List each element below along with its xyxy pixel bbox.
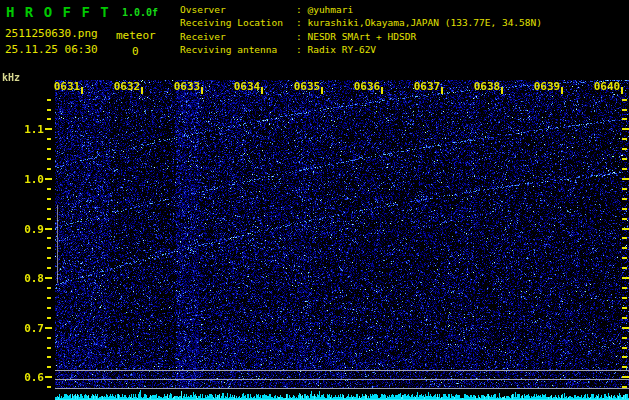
reference-line (55, 370, 629, 371)
freq-tick (47, 218, 51, 220)
station-info: Ovserver: @yuhmariReceiving Location: ku… (180, 3, 542, 57)
freq-label: 0.8 (14, 272, 44, 285)
freq-tick-right (622, 376, 629, 378)
freq-label: 0.6 (14, 371, 44, 384)
station-row-label: Receiver (180, 30, 296, 43)
time-label: 0635 (291, 80, 323, 93)
freq-tick (47, 188, 51, 190)
freq-tick (47, 198, 51, 200)
freq-label: 1.1 (14, 123, 44, 136)
time-tick (141, 87, 143, 94)
capture-filename: 2511250630.png (5, 27, 98, 40)
freq-tick (47, 138, 51, 140)
freq-tick-right (622, 188, 627, 190)
time-label: 0633 (171, 80, 203, 93)
time-label: 0640 (591, 80, 623, 93)
freq-tick-right (622, 208, 627, 210)
freq-tick-right (622, 347, 627, 349)
freq-tick (47, 356, 51, 358)
time-tick (561, 87, 563, 94)
time-label: 0634 (231, 80, 263, 93)
app-version: 1.0.0f (122, 7, 158, 18)
freq-label: 0.9 (14, 223, 44, 236)
time-tick (81, 87, 83, 94)
time-tick (381, 87, 383, 94)
station-row-value: @yuhmari (307, 3, 353, 16)
time-tick (321, 87, 323, 94)
reference-line (55, 388, 629, 389)
freq-tick (47, 366, 51, 368)
freq-tick (47, 267, 51, 269)
freq-tick-right (622, 386, 627, 388)
hrofft-window: H R O F F T 1.0.0f 2511250630.png meteor… (0, 0, 629, 400)
time-label: 0631 (51, 80, 83, 93)
time-tick (201, 87, 203, 94)
freq-tick-right (622, 257, 627, 259)
freq-tick-right (622, 337, 627, 339)
freq-tick (47, 287, 51, 289)
freq-tick (45, 228, 52, 230)
freq-tick-right (622, 138, 627, 140)
freq-tick-right (622, 99, 627, 101)
station-row-label: Recviving antenna (180, 43, 296, 56)
freq-tick-right (622, 297, 627, 299)
time-label: 0636 (351, 80, 383, 93)
freq-tick (45, 376, 52, 378)
time-tick (261, 87, 263, 94)
meteor-counter-label: meteor (116, 29, 156, 42)
freq-tick-right (622, 267, 627, 269)
station-row-separator: : (296, 30, 307, 43)
freq-tick (47, 118, 51, 120)
freq-tick-right (622, 128, 629, 130)
station-row-value: Radix RY-62V (307, 43, 376, 56)
freq-tick-right (622, 178, 629, 180)
freq-tick-right (622, 366, 627, 368)
freq-tick (47, 237, 51, 239)
freq-tick-right (622, 356, 627, 358)
app-title: H R O F F T (6, 4, 110, 20)
station-row: Ovserver: @yuhmari (180, 3, 542, 16)
freq-tick (45, 128, 52, 130)
freq-tick-right (622, 307, 627, 309)
station-row-value: NESDR SMArt + HDSDR (307, 30, 416, 43)
station-row-separator: : (296, 16, 307, 29)
meteor-counter-value: 0 (132, 45, 139, 58)
freq-tick-right (622, 237, 627, 239)
freq-tick (47, 148, 51, 150)
station-row-value: kurashiki,Okayama,JAPAN (133.77E, 34.58N… (307, 16, 542, 29)
time-tick (441, 87, 443, 94)
freq-tick (47, 297, 51, 299)
freq-tick (47, 109, 51, 111)
audio-level-meter (55, 389, 629, 400)
freq-tick-right (622, 218, 627, 220)
freq-tick-right (622, 198, 627, 200)
time-label: 0632 (111, 80, 143, 93)
station-row-label: Ovserver (180, 3, 296, 16)
capture-datetime: 25.11.25 06:30 (5, 43, 98, 56)
freq-tick-right (622, 317, 627, 319)
frequency-axis-unit: kHz (2, 72, 20, 83)
time-label: 0637 (411, 80, 443, 93)
freq-tick-right (622, 109, 627, 111)
freq-tick-right (622, 148, 627, 150)
spectrogram-canvas (55, 80, 629, 389)
freq-tick (47, 317, 51, 319)
freq-tick (45, 178, 52, 180)
freq-tick-right (622, 158, 627, 160)
freq-tick-right (622, 277, 629, 279)
freq-tick (47, 168, 51, 170)
freq-tick-right (622, 168, 627, 170)
freq-tick (45, 277, 52, 279)
freq-tick (47, 99, 51, 101)
freq-tick (47, 208, 51, 210)
reference-line (55, 379, 629, 380)
station-row-separator: : (296, 3, 307, 16)
time-tick (621, 87, 623, 94)
station-row-label: Receiving Location (180, 16, 296, 29)
freq-tick-right (622, 247, 627, 249)
station-row: Receiving Location: kurashiki,Okayama,JA… (180, 16, 542, 29)
freq-tick-right (622, 118, 627, 120)
freq-tick-right (622, 287, 627, 289)
station-row-separator: : (296, 43, 307, 56)
station-row: Receiver: NESDR SMArt + HDSDR (180, 30, 542, 43)
